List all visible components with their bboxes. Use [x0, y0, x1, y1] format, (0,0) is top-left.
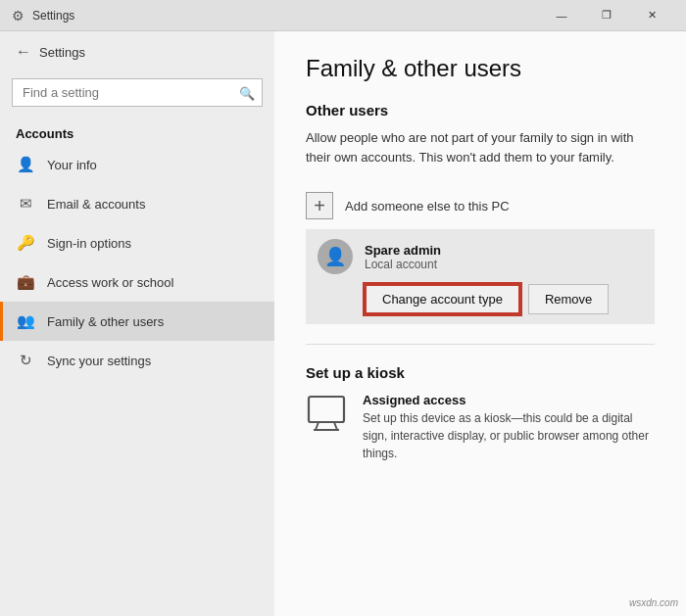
sidebar-item-label-signin: Sign-in options [47, 236, 131, 251]
kiosk-heading: Set up a kiosk [306, 364, 655, 381]
briefcase-icon: 💼 [16, 272, 35, 292]
add-user-icon: + [306, 192, 333, 219]
sidebar-search-container: 🔍 [12, 78, 263, 107]
sidebar-item-sign-in[interactable]: 🔑 Sign-in options [0, 223, 274, 262]
kiosk-description: Set up this device as a kiosk—this could… [363, 409, 655, 462]
sidebar-item-label-sync: Sync your settings [47, 354, 151, 368]
family-icon: 👥 [16, 311, 35, 331]
avatar-icon: 👤 [324, 246, 346, 267]
remove-button[interactable]: Remove [528, 284, 609, 314]
change-account-type-button[interactable]: Change account type [365, 284, 520, 314]
sidebar-back-button[interactable]: ← Settings [0, 31, 274, 72]
close-button[interactable]: ✕ [629, 0, 674, 31]
kiosk-row: Assigned access Set up this device as a … [306, 393, 655, 462]
change-account-type-wrapper: Change account type [365, 284, 520, 314]
titlebar-left: ⚙ Settings [12, 8, 74, 24]
key-icon: 🔑 [16, 233, 35, 253]
section-divider [306, 344, 655, 345]
sidebar-item-access-work[interactable]: 💼 Access work or school [0, 262, 274, 302]
user-name: Spare admin [365, 243, 441, 258]
sidebar-item-label-your-info: Your info [47, 158, 97, 172]
avatar: 👤 [318, 239, 353, 274]
titlebar: ⚙ Settings — ❐ ✕ [0, 0, 686, 31]
maximize-button[interactable]: ❐ [584, 0, 629, 31]
sidebar-item-family-users[interactable]: 👥 Family & other users [0, 302, 274, 341]
your-info-icon: 👤 [16, 155, 35, 174]
user-type: Local account [365, 258, 441, 271]
kiosk-icon [306, 393, 347, 434]
watermark: wsxdn.com [629, 597, 678, 608]
sidebar-back-label: Settings [39, 45, 85, 60]
user-info: Spare admin Local account [365, 243, 441, 271]
sidebar: ← Settings 🔍 Accounts 👤 Your info ✉ Emai… [0, 31, 274, 616]
search-input[interactable] [12, 78, 263, 107]
main-layout: ← Settings 🔍 Accounts 👤 Your info ✉ Emai… [0, 31, 686, 616]
user-account-block: 👤 Spare admin Local account Change accou… [306, 229, 655, 324]
other-users-description: Allow people who are not part of your fa… [306, 128, 655, 166]
titlebar-controls: — ❐ ✕ [539, 0, 674, 31]
kiosk-info: Assigned access Set up this device as a … [363, 393, 655, 462]
back-arrow-icon: ← [16, 43, 31, 61]
sidebar-item-your-info[interactable]: 👤 Your info [0, 145, 274, 184]
sidebar-item-label-email: Email & accounts [47, 197, 145, 212]
minimize-button[interactable]: — [539, 0, 584, 31]
sync-icon: ↻ [16, 351, 35, 370]
accounts-section-label: Accounts [0, 118, 274, 145]
other-users-heading: Other users [306, 102, 655, 118]
add-user-label: Add someone else to this PC [345, 199, 510, 213]
sidebar-item-email-accounts[interactable]: ✉ Email & accounts [0, 184, 274, 223]
sidebar-item-label-access: Access work or school [47, 275, 173, 290]
user-actions: Change account type Remove [318, 284, 643, 314]
svg-line-1 [316, 422, 318, 430]
email-icon: ✉ [16, 194, 35, 213]
svg-rect-0 [309, 397, 344, 422]
svg-line-2 [334, 422, 337, 430]
sidebar-item-sync[interactable]: ↻ Sync your settings [0, 341, 274, 380]
titlebar-title: Settings [32, 9, 74, 23]
add-user-row[interactable]: + Add someone else to this PC [306, 182, 655, 229]
page-title: Family & other users [306, 55, 655, 82]
user-account-row: 👤 Spare admin Local account [318, 239, 643, 274]
content-area: Family & other users Other users Allow p… [274, 31, 686, 616]
search-icon: 🔍 [239, 85, 255, 100]
settings-icon: ⚙ [12, 8, 24, 24]
sidebar-item-label-family: Family & other users [47, 314, 164, 329]
kiosk-name: Assigned access [363, 393, 655, 407]
